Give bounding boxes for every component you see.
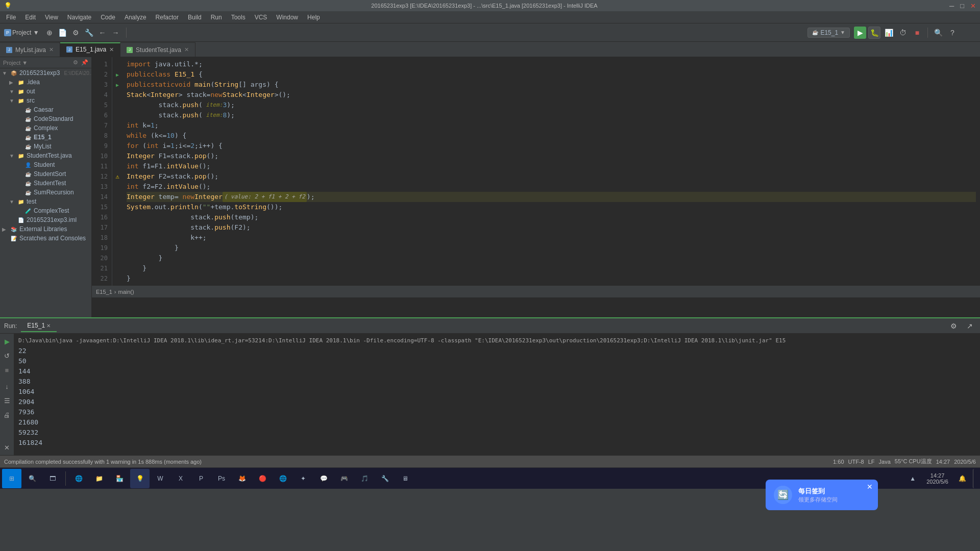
run-settings-btn[interactable]: ⚙ — [947, 320, 960, 332]
taskbar-app5[interactable]: 🔧 — [375, 469, 395, 488]
run-play-btn[interactable]: ▶ — [2, 336, 13, 347]
taskbar-app1[interactable]: 🔴 — [253, 469, 272, 488]
sidebar-item-external-libraries[interactable]: ▶📚External Libraries — [0, 224, 91, 234]
taskbar-app2[interactable]: 🌐 — [273, 469, 292, 488]
run-stop-btn[interactable]: ■ — [2, 364, 13, 375]
taskbar-ps[interactable]: Ps — [212, 469, 231, 488]
taskbar-notification[interactable]: 🔔 — [952, 469, 972, 488]
close-tab-e15[interactable]: ✕ — [109, 46, 114, 53]
gutter-run-2[interactable]: ▶ — [116, 82, 119, 88]
run-btn[interactable]: ▶ — [854, 27, 866, 39]
coverage-btn[interactable]: 📊 — [883, 27, 895, 39]
sidebar-item-20165231exp3[interactable]: ▼📦20165231exp3E:\IDEA\20... — [0, 68, 91, 78]
run-filter-btn[interactable]: ☰ — [2, 395, 13, 406]
taskbar-app4[interactable]: 🎵 — [355, 469, 374, 488]
sidebar-item-caesar[interactable]: ☕Caesar — [0, 105, 91, 114]
menu-item-file[interactable]: File — [2, 13, 20, 22]
sidebar-item-sumrecursion[interactable]: ☕SumRecursion — [0, 188, 91, 197]
sidebar-item-complex[interactable]: ☕Complex — [0, 123, 91, 133]
taskbar-task-view[interactable]: 🗖 — [43, 469, 62, 488]
profile-btn[interactable]: ⏱ — [897, 27, 909, 39]
toolbar-gear[interactable]: ⚙ — [70, 27, 82, 39]
run-close-btn[interactable]: ✕ — [2, 442, 13, 453]
sidebar-item-20165231exp3.iml[interactable]: 📄20165231exp3.iml — [0, 215, 91, 224]
toolbar-config[interactable]: 🔧 — [83, 27, 95, 39]
taskbar-search[interactable]: 🔍 — [22, 469, 42, 488]
taskbar-word[interactable]: W — [151, 469, 170, 488]
tab-e15[interactable]: J E15_1.java ✕ — [60, 42, 120, 57]
sidebar-item-mylist[interactable]: ☕MyList — [0, 142, 91, 151]
menu-item-code[interactable]: Code — [96, 13, 119, 22]
sidebar-gear-icon[interactable]: ⚙ — [73, 59, 78, 66]
run-tab-e15[interactable]: E15_1 ✕ — [21, 320, 57, 332]
tab-studenttest[interactable]: J StudentTest.java ✕ — [120, 42, 195, 57]
sidebar-item-complextest[interactable]: 🧪ComplexTest — [0, 206, 91, 215]
taskbar-app6[interactable]: 🖥 — [396, 469, 415, 488]
sidebar-item-.idea[interactable]: ▶📁.idea — [0, 78, 91, 87]
breadcrumb-e15[interactable]: E15_1 — [96, 289, 112, 295]
breadcrumb-main[interactable]: main() — [118, 289, 134, 295]
run-print-btn[interactable]: 🖨 — [2, 409, 13, 420]
menu-item-vcs[interactable]: VCS — [251, 13, 272, 22]
menu-item-navigate[interactable]: Navigate — [63, 13, 95, 22]
menu-item-tools[interactable]: Tools — [227, 13, 250, 22]
run-external-btn[interactable]: ↗ — [964, 320, 976, 332]
taskbar-firefox[interactable]: 🦊 — [232, 469, 252, 488]
debug-btn[interactable]: 🐛 — [868, 27, 880, 39]
sidebar-item-studenttest[interactable]: ☕StudentTest — [0, 179, 91, 188]
code-area[interactable]: import java.util.*; public class E15_1 {… — [122, 57, 980, 286]
taskbar-tray[interactable]: ▲ — [903, 469, 922, 488]
gutter-run-1[interactable]: ▶ — [116, 72, 119, 78]
minimize-btn[interactable]: ─ — [949, 2, 954, 10]
taskbar-steam[interactable]: 🎮 — [334, 469, 354, 488]
menu-item-view[interactable]: View — [41, 13, 62, 22]
toolbar-file[interactable]: 📄 — [57, 27, 69, 39]
menu-item-help[interactable]: Help — [303, 13, 324, 22]
stop-btn[interactable]: ■ — [911, 27, 923, 39]
menu-item-build[interactable]: Build — [184, 13, 206, 22]
sidebar-item-out[interactable]: ▼📁out — [0, 87, 91, 96]
tab-mylist[interactable]: J MyList.java ✕ — [0, 42, 60, 57]
toolbar-search[interactable]: 🔍 — [932, 27, 944, 39]
toolbar-left-arrow[interactable]: ← — [96, 27, 109, 39]
gutter-warning[interactable]: ⚠ — [115, 173, 119, 180]
taskbar-idea[interactable]: 💡 — [130, 469, 150, 488]
project-label[interactable]: Project ▼ — [12, 29, 39, 36]
sidebar-pin-icon[interactable]: 📌 — [81, 59, 88, 66]
sidebar-item-studentsort[interactable]: ☕StudentSort — [0, 169, 91, 179]
menu-item-run[interactable]: Run — [207, 13, 226, 22]
menu-item-analyze[interactable]: Analyze — [120, 13, 151, 22]
taskbar-ppt[interactable]: P — [191, 469, 211, 488]
sidebar-item-src[interactable]: ▼📁src — [0, 96, 91, 105]
menu-item-refactor[interactable]: Refactor — [152, 13, 183, 22]
menu-item-window[interactable]: Window — [272, 13, 302, 22]
toolbar-help[interactable]: ? — [946, 27, 959, 39]
sidebar-item-e15_1[interactable]: ☕E15_1 — [0, 133, 91, 142]
toolbar-nav-back[interactable]: ⊕ — [43, 27, 56, 39]
sidebar-item-studenttest.java[interactable]: ▼📁StudentTest.java — [0, 151, 91, 160]
taskbar-excel[interactable]: X — [171, 469, 190, 488]
taskbar-app3[interactable]: ✦ — [293, 469, 313, 488]
run-tab-close[interactable]: ✕ — [46, 323, 51, 329]
close-tab-mylist[interactable]: ✕ — [49, 46, 54, 53]
maximize-btn[interactable]: □ — [960, 2, 964, 10]
run-config[interactable]: ☕ E15_1 ▼ — [807, 28, 850, 38]
menu-item-edit[interactable]: Edit — [21, 13, 40, 22]
close-tab-studenttest[interactable]: ✕ — [184, 46, 189, 53]
run-scroll-btn[interactable]: ↓ — [2, 381, 13, 392]
start-btn[interactable]: ⊞ — [2, 469, 21, 488]
notification-close[interactable]: ✕ — [867, 483, 873, 491]
editor[interactable]: 12345678910111213141516171819202122 ▶ ▶ … — [92, 57, 980, 317]
taskbar-wechat[interactable]: 💬 — [314, 469, 333, 488]
sidebar-item-scratches-and-consoles[interactable]: 📝Scratches and Consoles — [0, 234, 91, 243]
taskbar-show-desktop[interactable] — [973, 469, 978, 488]
taskbar-store[interactable]: 🏪 — [110, 469, 129, 488]
taskbar-ie[interactable]: 🌐 — [69, 469, 88, 488]
taskbar-explorer[interactable]: 📁 — [89, 469, 109, 488]
sidebar-item-codestandard[interactable]: ☕CodeStandard — [0, 114, 91, 123]
close-btn[interactable]: ✕ — [970, 2, 976, 10]
sidebar-item-test[interactable]: ▼📁test — [0, 197, 91, 206]
toolbar-right-arrow[interactable]: → — [110, 27, 122, 39]
sidebar-item-student[interactable]: 👤Student — [0, 160, 91, 169]
run-rerun-btn[interactable]: ↺ — [2, 350, 13, 361]
